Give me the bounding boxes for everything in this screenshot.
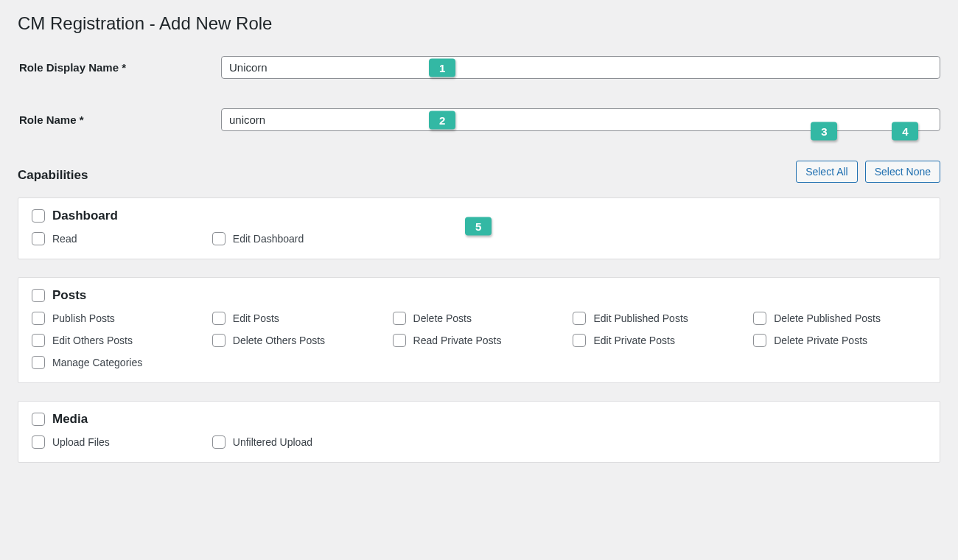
capability-item[interactable]: Publish Posts <box>32 312 205 325</box>
role-display-name-label: Role Display Name * <box>18 61 221 74</box>
role-name-row: Role Name * 2 <box>18 108 940 131</box>
section-checkbox[interactable] <box>32 413 45 426</box>
capability-checkbox[interactable] <box>573 334 586 347</box>
capability-checkbox[interactable] <box>573 312 586 325</box>
capability-item[interactable]: Delete Private Posts <box>753 334 926 347</box>
capability-item[interactable]: Read Private Posts <box>393 334 566 347</box>
capabilities-header: Capabilities 3 4 Select All Select None <box>18 161 940 183</box>
role-name-label: Role Name * <box>18 113 221 126</box>
capability-item[interactable]: Delete Published Posts <box>753 312 926 325</box>
annotation-badge-1: 1 <box>429 58 455 77</box>
capability-section: PostsPublish PostsEdit PostsDelete Posts… <box>18 277 940 383</box>
capability-item[interactable]: Edit Private Posts <box>573 334 746 347</box>
role-display-name-row: Role Display Name * 1 <box>18 56 940 79</box>
capabilities-title: Capabilities <box>18 168 88 183</box>
capability-checkbox[interactable] <box>393 312 406 325</box>
capability-item[interactable]: Edit Dashboard <box>212 232 385 245</box>
capability-item[interactable]: Manage Categories <box>32 356 205 369</box>
capability-section: DashboardReadEdit Dashboard5 <box>18 197 940 259</box>
capability-checkbox[interactable] <box>212 334 225 347</box>
capability-label: Read <box>52 233 77 245</box>
annotation-badge-4: 4 <box>892 122 918 141</box>
section-title: Dashboard <box>52 209 118 223</box>
capability-label: Delete Private Posts <box>774 335 867 346</box>
capability-item[interactable]: Unfiltered Upload <box>212 435 385 449</box>
capability-label: Edit Posts <box>233 312 279 324</box>
capability-checkbox[interactable] <box>212 232 225 245</box>
capability-label: Read Private Posts <box>413 335 502 346</box>
capability-label: Publish Posts <box>52 312 115 324</box>
capability-item[interactable]: Edit Published Posts <box>573 312 746 325</box>
capability-item[interactable]: Delete Others Posts <box>212 334 385 347</box>
select-all-button[interactable]: Select All <box>796 161 858 183</box>
capability-checkbox[interactable] <box>212 435 225 449</box>
section-checkbox[interactable] <box>32 209 45 223</box>
capability-checkbox[interactable] <box>32 232 45 245</box>
capability-item[interactable]: Upload Files <box>32 435 205 449</box>
section-checkbox[interactable] <box>32 289 45 302</box>
capability-label: Unfiltered Upload <box>233 436 312 448</box>
capability-label: Upload Files <box>52 436 110 448</box>
capability-label: Manage Categories <box>52 357 142 368</box>
capability-checkbox[interactable] <box>212 312 225 325</box>
capability-label: Edit Others Posts <box>52 335 133 346</box>
capability-item[interactable]: Edit Others Posts <box>32 334 205 347</box>
capability-item[interactable]: Delete Posts <box>393 312 566 325</box>
capability-checkbox[interactable] <box>32 435 45 449</box>
capability-label: Delete Published Posts <box>774 312 881 324</box>
section-title: Media <box>52 412 88 427</box>
annotation-badge-5: 5 <box>465 217 492 236</box>
capability-checkbox[interactable] <box>393 334 406 347</box>
select-none-button[interactable]: Select None <box>865 161 940 183</box>
annotation-badge-2: 2 <box>429 111 455 129</box>
capability-checkbox[interactable] <box>32 334 45 347</box>
capability-section: MediaUpload FilesUnfiltered Upload <box>18 401 940 463</box>
capability-checkbox[interactable] <box>32 312 45 325</box>
capability-checkbox[interactable] <box>753 312 766 325</box>
capability-checkbox[interactable] <box>32 356 45 369</box>
capability-item[interactable]: Read <box>32 232 205 245</box>
annotation-badge-3: 3 <box>811 122 837 141</box>
capability-label: Delete Others Posts <box>233 335 325 346</box>
role-display-name-input[interactable] <box>221 56 940 79</box>
capability-item[interactable]: Edit Posts <box>212 312 385 325</box>
capability-label: Edit Published Posts <box>593 312 688 324</box>
capability-label: Edit Private Posts <box>593 335 675 346</box>
capability-checkbox[interactable] <box>753 334 766 347</box>
section-title: Posts <box>52 288 86 303</box>
capability-label: Edit Dashboard <box>233 233 304 245</box>
capability-label: Delete Posts <box>413 312 472 324</box>
page-title: CM Registration - Add New Role <box>18 13 940 34</box>
